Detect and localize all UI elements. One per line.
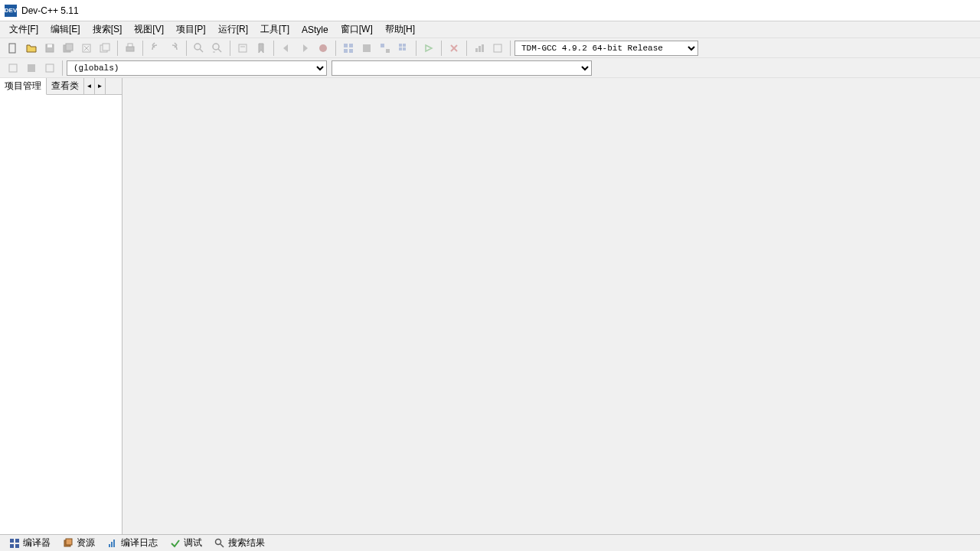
menu-project[interactable]: 项目[P]	[170, 21, 212, 37]
svg-rect-44	[66, 539, 72, 545]
svg-point-12	[194, 44, 201, 50]
svg-rect-16	[239, 44, 247, 52]
svg-rect-38	[46, 64, 54, 72]
grid-icon	[9, 538, 20, 549]
svg-point-14	[213, 44, 219, 50]
svg-rect-39	[10, 539, 14, 543]
member-select[interactable]	[332, 60, 592, 76]
globals-select[interactable]: (globals)	[67, 60, 327, 76]
toolbar-separator	[62, 60, 63, 76]
close-button[interactable]	[78, 40, 95, 57]
secondary-toolbar: (globals)	[0, 58, 980, 78]
compile-run-button[interactable]	[377, 40, 394, 57]
insert-button[interactable]	[23, 60, 40, 77]
close-all-button[interactable]	[96, 40, 113, 57]
sidebar-tabs: 项目管理 查看类 ◄ ►	[0, 78, 122, 95]
compile-button[interactable]	[340, 40, 357, 57]
goto-next-button[interactable]	[296, 40, 313, 57]
menubar: 文件[F] 编辑[E] 搜索[S] 视图[V] 项目[P] 运行[R] 工具[T…	[0, 21, 980, 38]
toggle-button[interactable]	[41, 60, 58, 77]
debug-button[interactable]	[420, 40, 437, 57]
sidebar: 项目管理 查看类 ◄ ►	[0, 78, 122, 534]
svg-rect-10	[126, 47, 134, 51]
goto-line-button[interactable]	[234, 40, 251, 57]
menu-view[interactable]: 视图[V]	[128, 21, 170, 37]
find-button[interactable]	[191, 40, 207, 57]
menu-tools[interactable]: 工具[T]	[254, 21, 296, 37]
titlebar: DEV Dev-C++ 5.11	[0, 0, 980, 21]
tab-debug-label: 调试	[184, 536, 202, 549]
check-icon	[170, 538, 181, 549]
svg-rect-27	[403, 44, 406, 47]
svg-rect-47	[113, 540, 115, 547]
compiler-select[interactable]: TDM-GCC 4.9.2 64-bit Release	[514, 41, 698, 56]
tab-resources[interactable]: 资源	[57, 535, 101, 551]
tab-scroll-right[interactable]: ►	[95, 78, 106, 94]
tab-compiler[interactable]: 编译器	[3, 535, 57, 551]
svg-rect-28	[399, 47, 402, 51]
svg-rect-42	[15, 544, 19, 548]
open-file-button[interactable]	[23, 40, 40, 57]
svg-rect-40	[15, 539, 19, 543]
toolbar-separator	[186, 41, 187, 56]
replace-button[interactable]	[209, 40, 226, 57]
menu-run[interactable]: 运行[R]	[212, 21, 254, 37]
save-button[interactable]	[41, 40, 58, 57]
run-button[interactable]	[358, 40, 375, 57]
menu-search[interactable]: 搜索[S]	[87, 21, 129, 37]
svg-rect-4	[66, 44, 73, 51]
svg-rect-26	[399, 44, 402, 47]
svg-line-49	[220, 544, 224, 547]
tab-resources-label: 资源	[77, 536, 95, 549]
log-icon	[107, 538, 118, 549]
toolbar-separator	[142, 41, 143, 56]
svg-rect-45	[109, 544, 110, 547]
svg-point-18	[319, 44, 327, 52]
tab-debug[interactable]: 调试	[164, 535, 208, 551]
svg-rect-20	[349, 44, 353, 47]
stop-button[interactable]	[446, 40, 462, 57]
window-title: Dev-C++ 5.11	[21, 5, 79, 16]
profile-button[interactable]	[471, 40, 488, 57]
toolbar-separator	[230, 41, 230, 56]
tab-project-manager[interactable]: 项目管理	[0, 78, 47, 95]
undo-button[interactable]	[147, 40, 164, 57]
bottom-tabs: 编译器 资源 编译日志 调试 搜索结果	[0, 534, 980, 551]
toggle-bookmark-button[interactable]	[253, 40, 270, 57]
tab-scroll-left[interactable]: ◄	[84, 78, 95, 94]
goto-prev-button[interactable]	[278, 40, 295, 57]
svg-rect-46	[111, 542, 113, 547]
menu-edit[interactable]: 编辑[E]	[44, 21, 87, 37]
new-class-button[interactable]	[5, 60, 21, 77]
tab-class-view[interactable]: 查看类	[47, 78, 84, 94]
rebuild-button[interactable]	[395, 40, 412, 57]
menu-help[interactable]: 帮助[H]	[379, 21, 421, 37]
svg-rect-37	[28, 64, 35, 72]
tab-compile-log-label: 编译日志	[121, 536, 158, 549]
toolbar-separator	[416, 41, 416, 56]
main-toolbar: TDM-GCC 4.9.2 64-bit Release	[0, 38, 980, 58]
tab-compile-log[interactable]: 编译日志	[101, 535, 164, 551]
menu-file[interactable]: 文件[F]	[3, 21, 44, 37]
resources-icon	[63, 538, 74, 549]
redo-button[interactable]	[165, 40, 182, 57]
profile-analysis-button[interactable]	[489, 40, 506, 57]
toolbar-separator	[510, 41, 511, 56]
svg-rect-35	[494, 44, 501, 52]
menu-window[interactable]: 窗口[W]	[335, 21, 379, 37]
toolbar-separator	[441, 41, 442, 56]
print-button[interactable]	[122, 40, 139, 57]
svg-rect-36	[9, 64, 17, 72]
tab-search-results[interactable]: 搜索结果	[208, 535, 271, 551]
new-file-button[interactable]	[5, 40, 21, 57]
search-icon	[214, 538, 225, 549]
svg-rect-25	[386, 49, 390, 53]
svg-rect-41	[10, 544, 14, 548]
svg-rect-2	[47, 44, 52, 47]
editor-area[interactable]	[122, 78, 980, 534]
menu-astyle[interactable]: AStyle	[296, 23, 335, 37]
goto-breakpoint-button[interactable]	[315, 40, 332, 57]
svg-rect-29	[403, 47, 406, 51]
project-tree[interactable]	[0, 95, 122, 534]
save-all-button[interactable]	[60, 40, 77, 57]
